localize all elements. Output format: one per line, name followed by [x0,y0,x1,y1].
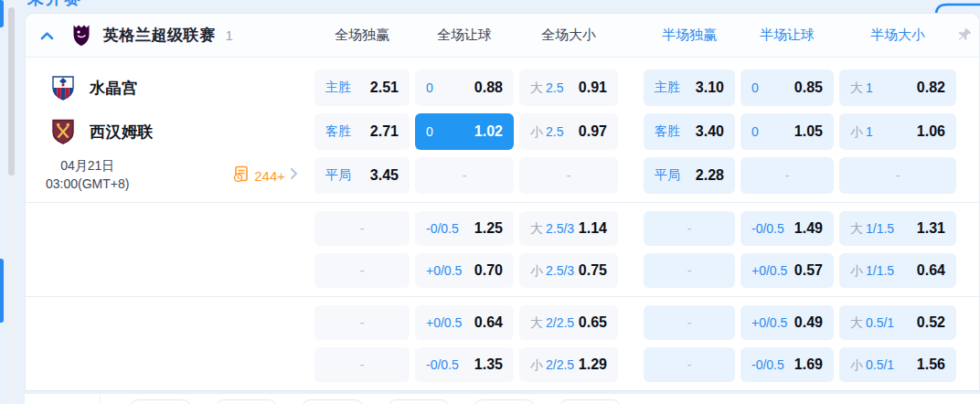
home-team-name: 水晶宫 [90,78,138,99]
odds-cell[interactable]: 小2.50.97 [519,113,618,150]
row-info-cell [26,305,309,340]
odds-label: 小1 [850,123,873,141]
column-header-full-1x2: 全场独赢 [314,27,410,44]
match-datetime: 04月21日03:00(GMT+8) [46,157,129,193]
odds-row: 西汉姆联客胜2.7101.02小2.50.97客胜3.4001.05小11.06 [26,113,979,150]
league-match-count: 1 [226,27,233,43]
odds-cell[interactable]: 平局2.28 [644,157,735,194]
market-filter-pill[interactable] [474,399,535,404]
odds-cell[interactable]: 01.02 [415,113,514,150]
league-title: 英格兰超级联赛 [103,25,216,46]
more-markets-link[interactable]: 244+ [233,165,298,186]
odds-label: 主胜 [655,80,680,96]
odds-group: 水晶宫主胜2.5100.88大2.50.91主胜3.1000.85大10.82 … [26,58,979,203]
odds-label: 小2.5 [530,123,563,141]
clipped-filter-tab-label: 未开赛 [27,0,155,9]
odds-cell[interactable]: 大2/2.50.65 [519,305,618,340]
empty-odds-dash: - [360,263,365,278]
next-section-strip [25,394,980,404]
odds-cell-empty: - [839,157,956,194]
odds-row: -+0/0.50.64大2/2.50.65-+0/0.50.49大0.5/10.… [26,305,979,340]
odds-cell-empty: - [314,305,410,340]
markets-count: 244+ [254,168,285,184]
odds-row: 04月21日03:00(GMT+8) 244+平局3.45--平局2.28-- [26,157,979,194]
odds-cell[interactable]: -0/0.51.35 [415,347,514,382]
odds-value: 1.31 [917,220,945,237]
odds-value: 1.56 [917,356,945,373]
odds-cell[interactable]: 小11.06 [839,113,956,150]
odds-cell[interactable]: +0/0.50.70 [415,253,514,288]
clipped-filter-tab[interactable]: 未开赛 [27,0,155,9]
odds-value: 2.51 [370,80,399,96]
premier-league-logo-icon [71,24,91,48]
odds-cell[interactable]: 主胜2.51 [314,69,410,106]
odds-cell[interactable]: 大2.50.91 [519,69,618,106]
league-header-row: 英格兰超级联赛 1 全场独赢 全场让球 全场大小 半场独赢 半场让球 半场大小 [26,14,979,58]
scrollbar-thumb[interactable] [8,7,15,175]
odds-cell[interactable]: -0/0.51.25 [415,211,514,246]
odds-value: 0.64 [917,262,945,279]
odds-label: +0/0.5 [751,315,787,330]
odds-cell[interactable]: 大0.5/10.52 [839,305,956,340]
odds-label: -0/0.5 [751,221,784,236]
odds-label: -0/0.5 [426,357,459,372]
odds-value: 0.75 [579,262,607,279]
odds-label: 小2.5/3 [530,262,574,280]
odds-value: 2.71 [370,123,399,140]
market-filter-pill[interactable] [302,399,363,404]
left-edge-accent [0,259,4,323]
odds-cell[interactable]: 平局3.45 [314,157,410,194]
odds-cell[interactable]: 小0.5/11.56 [839,347,956,382]
odds-cell[interactable]: +0/0.50.49 [740,305,834,340]
odds-cell[interactable]: 小1/1.50.64 [839,253,956,288]
chevron-right-icon [290,167,298,184]
odds-label: +0/0.5 [751,263,787,278]
odds-value: 0.91 [579,80,607,96]
pin-icon[interactable] [957,27,973,43]
stats-sheet-icon [233,165,250,186]
odds-cell[interactable]: 大10.82 [839,69,956,106]
crystal-palace-crest-icon [51,74,75,101]
collapse-league-button[interactable] [37,27,56,45]
odds-cell[interactable]: 00.88 [415,69,514,106]
empty-odds-dash: - [687,315,692,330]
empty-odds-dash: - [687,357,692,372]
odds-cell-empty: - [740,157,834,194]
odds-value: 0.70 [474,262,503,279]
odds-cell[interactable]: +0/0.50.57 [740,253,834,288]
market-filter-pill[interactable] [216,399,277,404]
column-header-half-handicap: 半场让球 [740,27,834,44]
odds-value: 0.85 [794,80,823,96]
odds-cell[interactable]: 01.05 [740,113,834,150]
odds-cell[interactable]: -0/0.51.69 [740,347,834,382]
odds-label: 小0.5/1 [850,356,894,374]
odds-label: -0/0.5 [751,357,784,372]
odds-label: 小1/1.5 [850,262,894,280]
market-filter-pill[interactable] [130,399,191,404]
odds-cell-empty: - [644,347,735,382]
odds-cell[interactable]: 00.85 [740,69,834,106]
odds-cell-empty: - [314,211,410,246]
odds-label: 大2/2.5 [530,314,574,332]
odds-cell[interactable]: +0/0.50.64 [415,305,514,340]
row-info-cell [26,253,309,288]
odds-cell[interactable]: 大1/1.51.31 [839,211,956,246]
odds-cell-empty: - [644,211,735,246]
market-filter-pill[interactable] [388,399,449,404]
odds-value: 0.88 [474,80,503,96]
odds-cell[interactable]: 小2.5/30.75 [519,253,618,288]
odds-cell[interactable]: 大2.5/31.14 [519,211,618,246]
odds-cell[interactable]: 客胜2.71 [314,113,410,150]
odds-value: 2.28 [696,167,724,184]
odds-cell[interactable]: 主胜3.10 [644,69,735,106]
odds-cell[interactable]: -0/0.51.49 [740,211,834,246]
odds-cell[interactable]: 客胜3.40 [644,113,735,150]
odds-body: 水晶宫主胜2.5100.88大2.50.91主胜3.1000.85大10.82 … [26,58,979,390]
odds-cell[interactable]: 小2/2.51.29 [519,347,618,382]
odds-group: --0/0.51.25大2.5/31.14--0/0.51.49大1/1.51.… [26,203,979,297]
row-info-cell: 04月21日03:00(GMT+8) 244+ [26,157,309,194]
market-filter-pill[interactable] [559,399,621,404]
odds-label: 大1/1.5 [850,220,894,238]
empty-odds-dash: - [360,315,365,330]
odds-value: 1.69 [794,356,823,373]
